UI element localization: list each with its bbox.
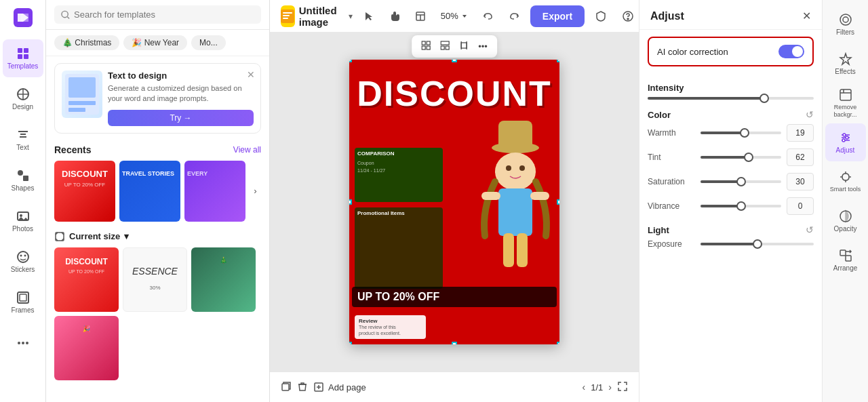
view-all-button[interactable]: View all bbox=[233, 145, 261, 155]
sidebar-item-text[interactable]: Text bbox=[3, 121, 43, 159]
select-tool-button[interactable] bbox=[358, 5, 380, 27]
templates-next-button[interactable]: › bbox=[250, 161, 261, 222]
color-reset-button[interactable]: ↺ bbox=[806, 109, 814, 120]
category-new-year[interactable]: 🎉 New Year bbox=[123, 35, 187, 50]
svg-point-15 bbox=[18, 342, 20, 344]
adjust-close-button[interactable]: ✕ bbox=[802, 9, 811, 22]
float-layout-btn[interactable] bbox=[436, 38, 454, 55]
float-crop-btn[interactable] bbox=[455, 38, 473, 55]
svg-rect-44 bbox=[446, 46, 449, 49]
sidebar-item-design[interactable]: Design bbox=[3, 80, 43, 118]
right-sidebar-arrange[interactable]: Arrange bbox=[825, 241, 866, 279]
category-more[interactable]: Mo... bbox=[191, 35, 226, 50]
export-button[interactable]: Export bbox=[530, 5, 585, 27]
exposure-thumb[interactable] bbox=[753, 239, 762, 249]
resize-icon bbox=[54, 231, 65, 242]
handle-top-center[interactable] bbox=[452, 60, 457, 62]
ai-color-correction-row: AI color correction bbox=[648, 37, 814, 66]
add-page-button[interactable]: Add page bbox=[313, 382, 366, 393]
right-sidebar-adjust[interactable]: Adjust bbox=[825, 123, 866, 161]
recents-header: Recents View all bbox=[46, 140, 269, 158]
shield-button[interactable] bbox=[590, 5, 612, 27]
svg-rect-45 bbox=[461, 43, 467, 48]
banner-close-button[interactable]: ✕ bbox=[247, 69, 255, 80]
canvas-card-1: COMPARISON Coupon 11/24 - 11/27 bbox=[355, 148, 443, 202]
saturation-slider[interactable] bbox=[701, 180, 781, 183]
right-sidebar-filters[interactable]: Filters bbox=[825, 5, 866, 43]
right-sidebar-opacity[interactable]: Opacity bbox=[825, 202, 866, 240]
vibrance-label: Vibrance bbox=[648, 201, 695, 211]
exposure-row: Exposure bbox=[648, 239, 814, 249]
handle-top-left[interactable] bbox=[349, 60, 352, 62]
light-reset-button[interactable]: ↺ bbox=[806, 224, 814, 235]
tint-thumb[interactable] bbox=[744, 153, 753, 162]
handle-bottom-center[interactable] bbox=[452, 342, 457, 344]
vibrance-slider[interactable] bbox=[701, 205, 781, 207]
handle-middle-left[interactable] bbox=[349, 199, 352, 205]
duplicate-page-button[interactable] bbox=[281, 381, 292, 394]
sidebar-item-shapes[interactable]: Shapes bbox=[3, 161, 43, 199]
saturation-thumb[interactable] bbox=[736, 177, 746, 186]
size-chevron-icon[interactable]: ▾ bbox=[124, 231, 129, 241]
layout-button[interactable] bbox=[410, 5, 431, 27]
banner-try-button[interactable]: Try → bbox=[108, 110, 254, 126]
bottom-template-2[interactable]: ESSENCE 30% bbox=[123, 247, 187, 312]
canvas-element[interactable]: DISCOUNT COMPARISON Coupon 11/24 - 11/27… bbox=[349, 60, 559, 344]
svg-point-18 bbox=[62, 11, 68, 17]
warmth-thumb[interactable] bbox=[740, 128, 749, 138]
search-input[interactable] bbox=[74, 9, 254, 20]
sidebar-item-photos[interactable]: Photos bbox=[3, 202, 43, 240]
right-sidebar-effects[interactable]: Effects bbox=[825, 45, 866, 83]
bottom-template-3[interactable]: 🎄 bbox=[191, 247, 256, 312]
handle-bottom-right[interactable] bbox=[557, 342, 559, 344]
exposure-label: Exposure bbox=[648, 239, 695, 249]
redo-button[interactable] bbox=[503, 5, 525, 27]
handle-bottom-left[interactable] bbox=[349, 342, 352, 344]
right-sidebar-smart-tools[interactable]: Smart tools bbox=[825, 163, 866, 201]
help-button[interactable] bbox=[617, 5, 639, 27]
delete-page-button[interactable] bbox=[297, 381, 308, 394]
template-thumb-3[interactable]: EVERY bbox=[184, 161, 245, 222]
warmth-slider[interactable] bbox=[701, 132, 781, 134]
canvas-offer-banner: UP TO 20% OFF bbox=[352, 287, 557, 307]
intensity-slider[interactable] bbox=[648, 97, 814, 100]
app-logo[interactable] bbox=[11, 5, 35, 30]
doc-chevron-icon[interactable]: ▾ bbox=[349, 12, 353, 21]
expand-button[interactable] bbox=[617, 381, 628, 394]
intensity-thumb[interactable] bbox=[760, 94, 769, 103]
sidebar-item-templates[interactable]: Templates bbox=[3, 39, 43, 77]
ai-correction-label: AI color correction bbox=[657, 47, 728, 57]
tint-slider[interactable] bbox=[701, 156, 781, 159]
sidebar-item-frames[interactable]: Frames bbox=[3, 283, 43, 321]
template-thumb-1[interactable]: DISCOUNT UP TO 20% OFF bbox=[54, 161, 115, 222]
handle-top-right[interactable] bbox=[557, 60, 559, 62]
svg-rect-41 bbox=[427, 46, 430, 49]
svg-rect-28 bbox=[283, 18, 288, 19]
warmth-row: Warmth 19 bbox=[648, 124, 814, 142]
right-sidebar-remove-bg[interactable]: Remove backgr... bbox=[825, 84, 866, 122]
float-more-btn[interactable]: ••• bbox=[474, 39, 492, 54]
template-thumb-2[interactable]: TRAVEL STORIES bbox=[119, 161, 180, 222]
ai-correction-toggle[interactable] bbox=[778, 45, 804, 58]
sidebar-item-stickers[interactable]: Stickers bbox=[3, 243, 43, 281]
color-section-label: Color ↺ bbox=[648, 109, 814, 120]
category-christmas[interactable]: 🎄 Christmas bbox=[54, 35, 119, 50]
svg-line-19 bbox=[67, 16, 69, 18]
tint-label: Tint bbox=[648, 153, 695, 162]
undo-button[interactable] bbox=[477, 5, 499, 27]
zoom-button[interactable]: 50% bbox=[435, 8, 473, 24]
bottom-template-4[interactable]: 🎉 bbox=[54, 316, 119, 380]
vibrance-thumb[interactable] bbox=[736, 201, 746, 211]
svg-rect-22 bbox=[68, 101, 96, 105]
prev-page-button[interactable]: ‹ bbox=[583, 382, 586, 393]
document-title: Untitled image bbox=[299, 5, 344, 28]
svg-rect-40 bbox=[422, 46, 425, 49]
float-grid-btn[interactable] bbox=[417, 38, 435, 55]
exposure-slider[interactable] bbox=[701, 243, 814, 245]
sidebar-item-more[interactable] bbox=[3, 324, 43, 362]
next-page-button[interactable]: › bbox=[608, 382, 612, 393]
svg-rect-14 bbox=[20, 294, 26, 301]
bottom-template-1[interactable]: DISCOUNT UP TO 20% OFF bbox=[54, 247, 119, 312]
hand-tool-button[interactable] bbox=[384, 5, 406, 27]
doc-icon bbox=[281, 5, 295, 27]
